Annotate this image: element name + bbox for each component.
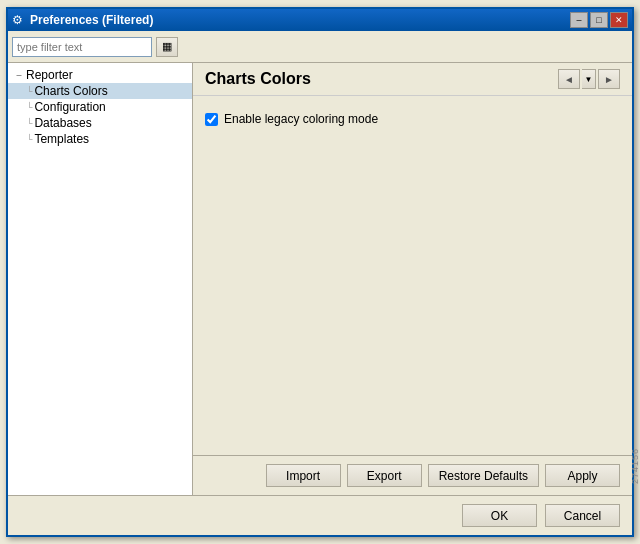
preferences-window: ⚙ Preferences (Filtered) – □ ✕ ▦ – Repor… [6,7,634,537]
export-button[interactable]: Export [347,464,422,487]
enable-legacy-label: Enable legacy coloring mode [224,112,378,126]
filter-input[interactable] [12,37,152,57]
title-bar-left: ⚙ Preferences (Filtered) [12,13,153,27]
sidebar-item-label: Templates [34,132,89,146]
minimize-button[interactable]: – [570,12,588,28]
connector-icon: └ [26,118,32,128]
import-button[interactable]: Import [266,464,341,487]
dialog-footer: OK Cancel [8,495,632,535]
main-content: – Reporter └ Charts Colors └ Configurati… [8,63,632,495]
ok-button[interactable]: OK [462,504,537,527]
title-bar-controls: – □ ✕ [570,12,628,28]
close-button[interactable]: ✕ [610,12,628,28]
sidebar-item-charts-colors[interactable]: └ Charts Colors [8,83,192,99]
nav-dropdown-button[interactable]: ▼ [582,69,596,89]
sidebar: – Reporter └ Charts Colors └ Configurati… [8,63,193,495]
sidebar-item-databases[interactable]: └ Databases [8,115,192,131]
restore-defaults-button[interactable]: Restore Defaults [428,464,539,487]
title-bar: ⚙ Preferences (Filtered) – □ ✕ [8,9,632,31]
detail-panel: Charts Colors ◄ ▼ ► Enable legacy colori… [193,63,632,495]
window-icon: ⚙ [12,13,26,27]
filter-button[interactable]: ▦ [156,37,178,57]
sidebar-item-label: Databases [34,116,91,130]
nav-arrows: ◄ ▼ ► [558,69,620,89]
sidebar-item-configuration[interactable]: └ Configuration [8,99,192,115]
detail-header: Charts Colors ◄ ▼ ► [193,63,632,96]
enable-legacy-checkbox[interactable] [205,113,218,126]
sidebar-item-label: Reporter [26,68,73,82]
maximize-button[interactable]: □ [590,12,608,28]
window-title: Preferences (Filtered) [30,13,153,27]
sidebar-item-templates[interactable]: └ Templates [8,131,192,147]
detail-body: Enable legacy coloring mode [193,96,632,455]
connector-icon: └ [26,102,32,112]
cancel-button[interactable]: Cancel [545,504,620,527]
watermark: 274156 [630,448,640,484]
nav-forward-button[interactable]: ► [598,69,620,89]
nav-back-button[interactable]: ◄ [558,69,580,89]
connector-icon: └ [26,86,32,96]
connector-icon: └ [26,134,32,144]
expand-icon: – [12,68,26,82]
toolbar: ▦ [8,31,632,63]
sidebar-item-label: Charts Colors [34,84,107,98]
apply-button[interactable]: Apply [545,464,620,487]
sidebar-item-label: Configuration [34,100,105,114]
detail-footer: Import Export Restore Defaults Apply [193,455,632,495]
enable-legacy-row: Enable legacy coloring mode [205,112,620,126]
detail-title: Charts Colors [205,70,311,88]
sidebar-item-reporter[interactable]: – Reporter [8,67,192,83]
